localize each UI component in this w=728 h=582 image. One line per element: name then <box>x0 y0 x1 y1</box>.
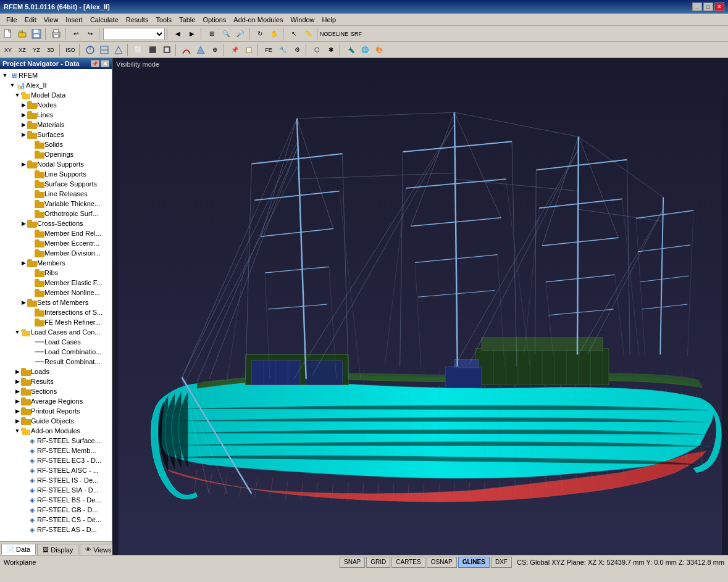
tb2-b1[interactable]: ⬜ <box>132 43 145 57</box>
tree-item-rf-steel-gb[interactable]: ◈ RF-STEEL GB - D... <box>0 505 112 515</box>
tree-item-load-cases-con[interactable]: ▼ Load Cases and Con... <box>0 327 112 337</box>
tb2-d1[interactable]: 📌 <box>228 43 241 57</box>
tb2-g3[interactable]: 🎨 <box>372 43 386 57</box>
status-snap[interactable]: SNAP <box>340 557 365 568</box>
tb-pan[interactable]: ✋ <box>267 27 281 41</box>
tb-btn1[interactable]: ◀ <box>171 27 185 41</box>
tree-item-load-cases[interactable]: Load Cases <box>0 337 112 347</box>
tree-item-rf-steel-cs[interactable]: ◈ RF-STEEL CS - De... <box>0 515 112 525</box>
menu-calculate[interactable]: Calculate <box>86 15 122 25</box>
expand-cross-sections[interactable]: ▶ <box>20 220 27 227</box>
tb2-f1[interactable]: ⬡ <box>310 43 324 57</box>
status-grid[interactable]: GRID <box>366 557 390 568</box>
status-osnap[interactable]: OSNAP <box>427 557 457 568</box>
tb2-e2[interactable]: 🔧 <box>276 43 290 57</box>
menu-table[interactable]: Table <box>175 15 199 25</box>
expand-results[interactable]: ▶ <box>14 378 21 385</box>
tb-x2[interactable]: LINE <box>335 27 349 41</box>
tb-new[interactable] <box>1 27 15 41</box>
tb-save[interactable] <box>30 27 43 41</box>
tb2-c1[interactable] <box>180 43 193 57</box>
tree-item-member-elastic[interactable]: Member Elastic F... <box>0 278 112 288</box>
menu-view[interactable]: View <box>40 15 62 25</box>
expand-sets-members[interactable]: ▶ <box>20 299 27 306</box>
tb2-r3[interactable]: YZ <box>30 43 43 57</box>
menu-window[interactable]: Window <box>287 15 318 25</box>
tree-item-variable-thickness[interactable]: Variable Thickne... <box>0 199 112 209</box>
expand-nodes[interactable]: ▶ <box>20 101 27 109</box>
nav-pin-button[interactable]: 📌 <box>91 60 99 67</box>
tb-redo[interactable]: ↪ <box>83 27 97 41</box>
tb2-e3[interactable]: ⚙ <box>290 43 304 57</box>
tb-x3[interactable]: SRF <box>349 27 363 41</box>
tree-item-sets-of-members[interactable]: ▶ Sets of Members <box>0 297 112 307</box>
tb2-g2[interactable]: 🌐 <box>358 43 372 57</box>
expand-sections[interactable]: ▶ <box>14 388 21 395</box>
menu-insert[interactable]: Insert <box>62 15 86 25</box>
view-select[interactable] <box>103 28 165 40</box>
tree-item-rf-steel-aisc[interactable]: ◈ RF-STEEL AISC - ... <box>0 465 112 475</box>
tree-item-member-division[interactable]: Member Division... <box>0 248 112 258</box>
tb-btn2[interactable]: ▶ <box>185 27 199 41</box>
tb2-d2[interactable]: 📋 <box>242 43 256 57</box>
expand-nodal-supports[interactable]: ▶ <box>20 160 27 168</box>
title-bar-controls[interactable]: _ □ ✕ <box>692 2 724 11</box>
expand-rfem[interactable]: ▼ <box>1 72 9 79</box>
tree-item-rf-steel-ec3[interactable]: ◈ RF-STEEL EC3 - D... <box>0 455 112 465</box>
tb-x1[interactable]: NODE <box>321 27 335 41</box>
expand-guide-objects[interactable]: ▶ <box>14 417 21 425</box>
tb-select[interactable]: ↖ <box>287 27 301 41</box>
menu-edit[interactable]: Edit <box>21 15 40 25</box>
tree-item-rf-steel-memb[interactable]: ◈ RF-STEEL Memb... <box>0 446 112 455</box>
status-glines[interactable]: GLINES <box>458 557 490 568</box>
tree-item-guide-objects[interactable]: ▶ Guide Objects <box>0 416 112 426</box>
tb2-b3[interactable]: 🔲 <box>160 43 174 57</box>
close-button[interactable]: ✕ <box>714 2 724 11</box>
expand-addon[interactable]: ▼ <box>14 427 21 434</box>
tree-item-model-data[interactable]: ▼ Model Data <box>0 90 112 100</box>
expand-avg-regions[interactable]: ▶ <box>14 397 21 405</box>
expand-load-cases-con[interactable]: ▼ <box>14 328 21 336</box>
tb2-r1[interactable]: XY <box>1 43 15 57</box>
tree-item-members[interactable]: ▶ Members <box>0 258 112 268</box>
tb-open[interactable] <box>15 27 29 41</box>
menu-tools[interactable]: Tools <box>152 15 175 25</box>
tree-item-member-nonline[interactable]: Member Nonline... <box>0 288 112 297</box>
tree-item-average-regions[interactable]: ▶ Average Regions <box>0 396 112 406</box>
tree-item-cross-sections[interactable]: ▶ Cross-Sections <box>0 218 112 228</box>
menu-help[interactable]: Help <box>319 15 340 25</box>
expand-members[interactable]: ▶ <box>20 259 27 267</box>
tree-item-surface-supports[interactable]: Surface Supports <box>0 179 112 189</box>
tree-item-line-releases[interactable]: Line Releases <box>0 189 112 199</box>
tree-item-solids[interactable]: ▶ Solids <box>0 139 112 149</box>
tb2-a3[interactable] <box>112 43 125 57</box>
tb2-a1[interactable] <box>83 43 97 57</box>
tree-item-loads[interactable]: ▶ Loads <box>0 367 112 376</box>
tree-item-surfaces[interactable]: ▶ Surfaces <box>0 130 112 139</box>
tb2-r4[interactable]: 3D <box>44 43 57 57</box>
minimize-button[interactable]: _ <box>692 2 702 11</box>
tree-item-rf-steel-sia[interactable]: ◈ RF-STEEL SIA - D... <box>0 485 112 495</box>
tb-rotate[interactable]: ↻ <box>253 27 267 41</box>
expand-materials[interactable]: ▶ <box>20 121 27 128</box>
expand-printout[interactable]: ▶ <box>14 407 21 415</box>
tab-data[interactable]: 📄 Data <box>1 544 36 555</box>
tree-item-orthotropic[interactable]: Orthotropic Surf... <box>0 209 112 218</box>
expand-lines[interactable]: ▶ <box>20 111 27 118</box>
tree-item-rf-steel-surface[interactable]: ◈ RF-STEEL Surface... <box>0 436 112 446</box>
tree-item-alex2[interactable]: ▼ 📊 Alex_II <box>0 80 112 90</box>
expand-alex2[interactable]: ▼ <box>9 81 16 89</box>
tb-print[interactable] <box>49 27 63 41</box>
tb2-iso[interactable]: ISO <box>64 43 77 57</box>
nav-close-button[interactable]: ✕ <box>101 60 109 67</box>
tb-undo[interactable]: ↩ <box>69 27 83 41</box>
tree-item-openings[interactable]: ▶ Openings <box>0 149 112 159</box>
tb2-e1[interactable]: FE <box>262 43 275 57</box>
tree-item-fe-mesh[interactable]: FE Mesh Refiner... <box>0 317 112 327</box>
status-cartes[interactable]: CARTES <box>391 557 425 568</box>
tree-item-sections[interactable]: ▶ Sections <box>0 386 112 396</box>
tb-zoom-fit[interactable]: ⊞ <box>205 27 219 41</box>
menu-file[interactable]: File <box>2 15 21 25</box>
tb-zoom-in[interactable]: 🔍 <box>219 27 233 41</box>
status-dxf[interactable]: DXF <box>491 557 512 568</box>
